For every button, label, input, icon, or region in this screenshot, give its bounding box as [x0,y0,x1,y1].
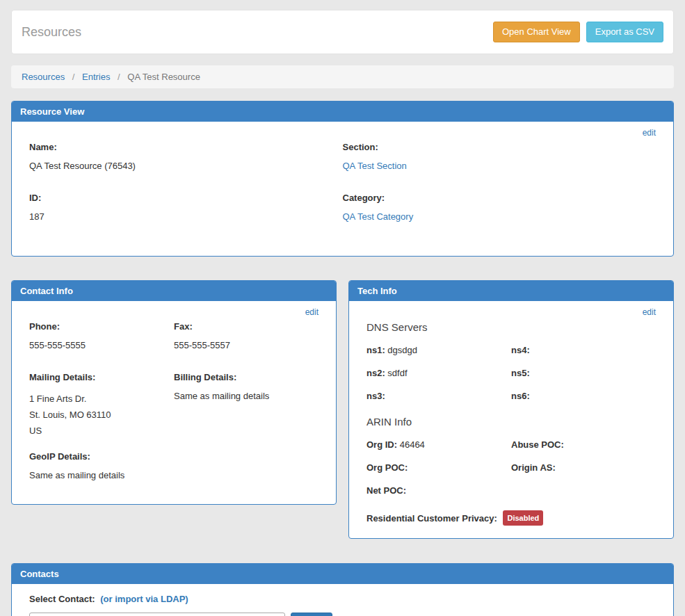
resource-view-body: edit Name: QA Test Resource (76543) Sect… [12,122,673,256]
header-buttons: Open Chart View Export as CSV [493,22,663,42]
resource-id-field: ID: 187 [29,193,343,236]
tech-info-header: Tech Info [349,281,673,301]
fax-field: Fax: 555-555-5557 [174,321,319,364]
billing-details-label: Billing Details: [174,372,319,383]
ns3-field: ns3: [366,390,511,403]
category-link[interactable]: QA Test Category [343,211,414,222]
ns6-field: ns6: [511,390,656,403]
tech-info-panel: Tech Info edit DNS Servers ns1: dgsdgd n… [348,280,674,539]
fax-value: 555-555-5557 [174,340,319,351]
fax-label: Fax: [174,321,319,332]
name-value: QA Test Resource (76543) [29,161,343,172]
contact-select[interactable]: Search for a Contact ▼ [29,613,285,616]
page: Resources Open Chart View Export as CSV … [0,0,685,616]
contact-info-panel: Contact Info edit Phone: 555-555-5555 Fa… [11,280,337,505]
resource-name-field: Name: QA Test Resource (76543) [29,142,343,185]
billing-details-field: Billing Details: Same as mailing details [174,372,319,439]
breadcrumb-resources-link[interactable]: Resources [22,72,65,82]
org-id-field: Org ID: 46464 [366,439,511,451]
ns1-field: ns1: dgsdgd [366,344,511,357]
open-chart-view-button[interactable]: Open Chart View [493,22,580,42]
org-id-value: 46464 [400,439,425,450]
ns2-value: sdfdf [387,368,407,378]
resource-view-edit-link[interactable]: edit [643,128,656,138]
breadcrumb-current: QA Test Resource [127,72,200,82]
resource-view-header: Resource View [12,102,673,122]
billing-details-value: Same as mailing details [174,391,319,402]
breadcrumb-separator: / [72,72,75,82]
info-row: Contact Info edit Phone: 555-555-5555 Fa… [11,280,674,539]
page-header-panel: Resources Open Chart View Export as CSV [11,10,674,54]
breadcrumb: Resources / Entries / QA Test Resource [11,65,674,88]
residential-privacy-label: Residential Customer Privacy: [366,513,497,524]
mailing-line-2: St. Louis, MO 63110 [29,407,174,423]
select-contact-label: Select Contact: [29,594,95,604]
breadcrumb-separator: / [118,72,120,82]
ns4-field: ns4: [511,344,656,357]
mailing-line-3: US [29,423,174,439]
ns1-value: dgsdgd [387,345,417,355]
ldap-import-link[interactable]: (or import via LDAP) [100,594,188,604]
resource-category-field: Category: QA Test Category [343,193,656,236]
dns-grid: ns1: dgsdgd ns4: ns2: sdfdf ns5: [366,344,656,413]
assign-button[interactable]: Assign [291,613,332,616]
dns-servers-heading: DNS Servers [366,321,656,333]
net-poc-field: Net POC: [366,485,511,497]
export-csv-button[interactable]: Export as CSV [586,22,663,42]
origin-as-field: Origin AS: [511,462,656,474]
mailing-details-field: Mailing Details: 1 Fine Arts Dr. St. Lou… [29,372,174,439]
breadcrumb-entries-link[interactable]: Entries [82,72,110,82]
arin-info-heading: ARIN Info [366,416,656,428]
geoip-details-field: GeoIP Details: Same as mailing details [29,446,174,484]
section-link[interactable]: QA Test Section [343,161,407,171]
contact-info-edit-link[interactable]: edit [305,307,319,317]
abuse-poc-field: Abuse POC: [511,439,656,451]
id-label: ID: [29,193,343,204]
residential-privacy-field: Residential Customer Privacy: Disabled [366,510,656,526]
tech-info-edit-link[interactable]: edit [643,307,656,317]
name-label: Name: [29,142,343,153]
contact-info-header: Contact Info [12,281,336,301]
org-poc-field: Org POC: [366,462,511,474]
arin-grid: Org ID: 46464 Abuse POC: Org POC: Origin… [366,439,656,508]
geoip-details-label: GeoIP Details: [29,451,174,462]
mailing-details-label: Mailing Details: [29,372,174,383]
ns5-field: ns5: [511,367,656,380]
resource-view-panel: Resource View edit Name: QA Test Resourc… [11,101,674,257]
privacy-status-badge: Disabled [503,510,543,526]
category-label: Category: [343,193,656,204]
id-value: 187 [29,211,343,222]
geoip-details-value: Same as mailing details [29,470,174,481]
contacts-header: Contacts [12,564,673,584]
contacts-panel: Contacts Select Contact: (or import via … [11,563,674,616]
mailing-line-1: 1 Fine Arts Dr. [29,391,174,407]
resource-section-field: Section: QA Test Section [343,142,656,185]
phone-label: Phone: [29,321,174,332]
ns2-field: ns2: sdfdf [366,367,511,380]
phone-field: Phone: 555-555-5555 [29,321,174,364]
phone-value: 555-555-5555 [29,340,174,351]
page-title: Resources [22,25,81,40]
section-label: Section: [343,142,656,153]
